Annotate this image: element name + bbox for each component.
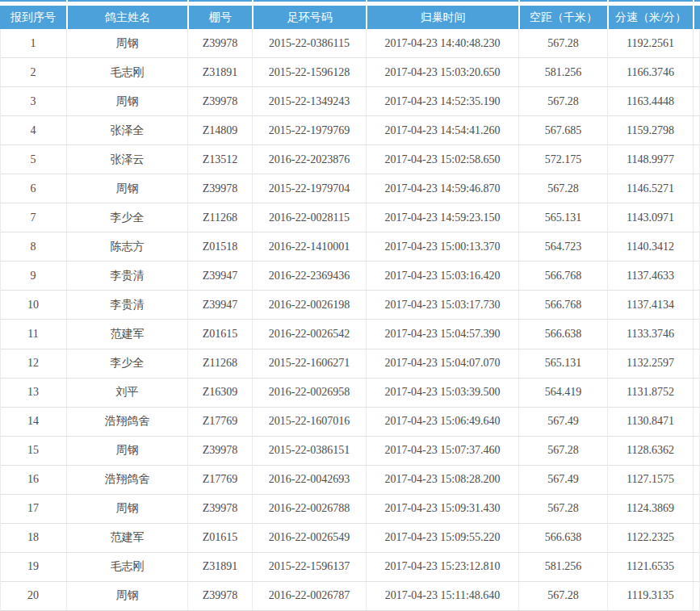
cell-rank: 12: [0, 349, 66, 378]
cell-owner: 李贵清: [66, 291, 187, 319]
column-header-label: 归巢时间: [421, 10, 466, 25]
cell-speed: 1146.5271: [607, 174, 693, 203]
table-row: 10李贵清Z399472016-22-00261982017-04-23 15:…: [0, 291, 700, 320]
cell-blank: [693, 437, 700, 465]
table-row: 6周钢Z399782015-22-19797042017-04-23 14:59…: [0, 174, 700, 203]
cell-owner: 刘平: [66, 379, 187, 407]
cell-distance: 566.638: [518, 320, 607, 348]
cell-speed: 1140.3412: [607, 232, 693, 261]
cell-owner: 周钢: [66, 174, 187, 203]
cell-distance: 566.768: [518, 291, 607, 319]
cell-blank: [693, 203, 700, 232]
cell-speed: 1132.2597: [607, 349, 693, 378]
cell-loft: Z01518: [187, 232, 252, 261]
cell-loft: Z39978: [187, 174, 252, 203]
cell-loft: Z39978: [187, 87, 252, 115]
cell-time: 2017-04-23 14:54:41.260: [366, 116, 518, 144]
cell-time: 2017-04-23 14:52:35.190: [366, 87, 518, 115]
cell-rank: 10: [0, 291, 66, 319]
table-row: 16浩翔鸽舍Z177692016-22-00426932017-04-23 15…: [0, 466, 700, 495]
cell-owner: 张泽云: [66, 145, 187, 174]
cell-time: 2017-04-23 15:03:39.500: [366, 379, 518, 407]
cell-blank: [693, 582, 700, 610]
table-row: 20周钢Z399782016-22-00267872017-04-23 15:1…: [0, 582, 700, 611]
cell-owner: 李少全: [66, 349, 187, 378]
cell-loft: Z14809: [187, 116, 252, 144]
cell-speed: 1166.3746: [607, 58, 693, 86]
table-row: 19毛志刚Z318912015-22-15961372017-04-23 15:…: [0, 553, 700, 582]
cell-owner: 范建军: [66, 524, 187, 552]
cell-speed: 1137.4134: [607, 291, 693, 319]
table-row: 18范建军Z016152016-22-00265492017-04-23 15:…: [0, 524, 700, 553]
cell-speed: 1122.2325: [607, 524, 693, 552]
cell-loft: Z16309: [187, 379, 252, 407]
cell-owner: 范建军: [66, 320, 187, 348]
cell-blank: [693, 145, 700, 174]
column-header-label: 鸽主姓名: [105, 10, 150, 25]
cell-distance: 581.256: [518, 58, 607, 86]
cell-time: 2017-04-23 15:06:49.640: [366, 408, 518, 436]
cell-time: 2017-04-23 15:03:17.730: [366, 291, 518, 319]
cell-time: 2017-04-23 15:04:57.390: [366, 320, 518, 348]
cell-loft: Z31891: [187, 553, 252, 581]
cell-rank: 14: [0, 408, 66, 436]
cell-ring: 2016-22-0026788: [252, 495, 366, 523]
cell-ring: 2015-22-1606271: [252, 349, 366, 378]
cell-time: 2017-04-23 15:08:28.200: [366, 466, 518, 494]
table-row: 7李少全Z112682016-22-00281152017-04-23 14:5…: [0, 203, 700, 232]
column-header-speed: 分速（米/分）: [607, 0, 693, 29]
cell-blank: [693, 524, 700, 552]
cell-ring: 2016-22-0026549: [252, 524, 366, 552]
table-row: 15周钢Z399782015-22-03861512017-04-23 15:0…: [0, 437, 700, 466]
cell-loft: Z39947: [187, 291, 252, 319]
cell-loft: Z39978: [187, 437, 252, 465]
cell-speed: 1143.0971: [607, 203, 693, 232]
cell-blank: [693, 320, 700, 348]
cell-rank: 3: [0, 87, 66, 115]
column-header-rank: 报到序号: [0, 0, 66, 29]
cell-ring: 2016-22-0028115: [252, 203, 366, 232]
cell-time: 2017-04-23 15:02:58.650: [366, 145, 518, 174]
table-row: 11范建军Z016152016-22-00265422017-04-23 15:…: [0, 320, 700, 349]
cell-rank: 13: [0, 379, 66, 407]
cell-loft: Z39947: [187, 262, 252, 290]
cell-blank: [693, 553, 700, 581]
cell-owner: 浩翔鸽舍: [66, 466, 187, 494]
cell-loft: Z17769: [187, 408, 252, 436]
cell-ring: 2016-22-2369436: [252, 262, 366, 290]
cell-loft: Z11268: [187, 349, 252, 378]
cell-blank: [693, 29, 700, 57]
pigeon-race-results-table: 报到序号鸽主姓名棚号足环号码归巢时间空距（千米）分速（米/分） 1周钢Z3997…: [0, 0, 700, 611]
cell-rank: 1: [0, 29, 66, 57]
table-row: 9李贵清Z399472016-22-23694362017-04-23 15:0…: [0, 262, 700, 291]
cell-blank: [693, 379, 700, 407]
table-row: 1周钢Z399782015-22-03861152017-04-23 14:40…: [0, 29, 700, 58]
table-row: 2毛志刚Z318912015-22-15961282017-04-23 15:0…: [0, 58, 700, 87]
cell-rank: 20: [0, 582, 66, 610]
cell-time: 2017-04-23 14:59:46.870: [366, 174, 518, 203]
table-body: 1周钢Z399782015-22-03861152017-04-23 14:40…: [0, 29, 700, 611]
cell-ring: 2015-22-1596128: [252, 58, 366, 86]
cell-time: 2017-04-23 15:00:13.370: [366, 232, 518, 261]
cell-loft: Z01615: [187, 524, 252, 552]
cell-ring: 2015-22-1607016: [252, 408, 366, 436]
cell-loft: Z13512: [187, 145, 252, 174]
cell-blank: [693, 466, 700, 494]
cell-time: 2017-04-23 15:09:31.430: [366, 495, 518, 523]
cell-rank: 16: [0, 466, 66, 494]
table-row: 3周钢Z399782015-22-13492432017-04-23 14:52…: [0, 87, 700, 116]
cell-distance: 566.638: [518, 524, 607, 552]
cell-distance: 581.256: [518, 553, 607, 581]
cell-time: 2017-04-23 15:03:16.420: [366, 262, 518, 290]
cell-distance: 564.723: [518, 232, 607, 261]
cell-rank: 19: [0, 553, 66, 581]
cell-distance: 565.131: [518, 203, 607, 232]
table-row: 17周钢Z399782016-22-00267882017-04-23 15:0…: [0, 495, 700, 524]
column-header-blank: [693, 0, 700, 29]
cell-rank: 15: [0, 437, 66, 465]
cell-rank: 18: [0, 524, 66, 552]
cell-owner: 李少全: [66, 203, 187, 232]
cell-ring: 2015-22-1979704: [252, 174, 366, 203]
cell-loft: Z39978: [187, 582, 252, 610]
cell-ring: 2015-22-1596137: [252, 553, 366, 581]
